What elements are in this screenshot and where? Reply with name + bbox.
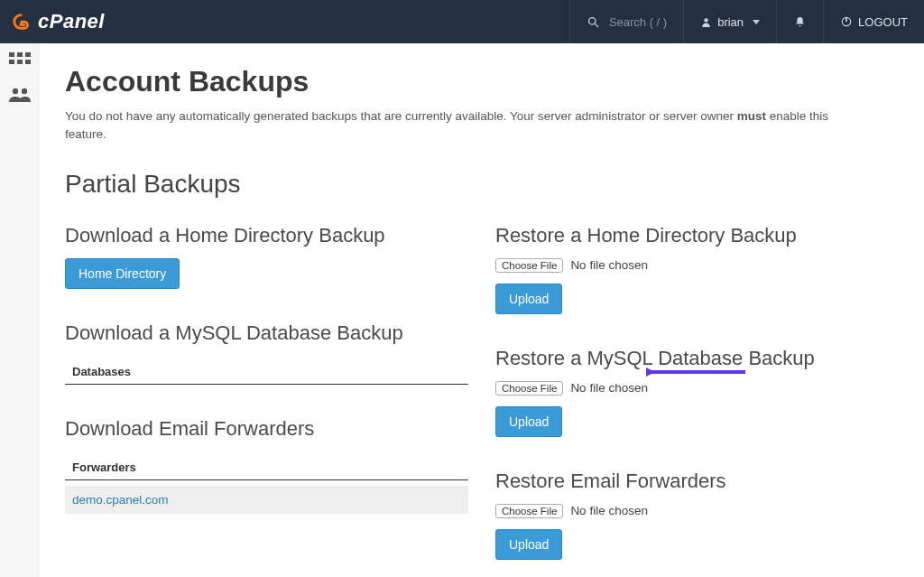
svg-rect-6 bbox=[17, 52, 23, 57]
download-db-heading: Download a MySQL Database Backup bbox=[65, 321, 468, 345]
logout-label: LOGOUT bbox=[858, 15, 908, 29]
upload-button[interactable]: Upload bbox=[495, 529, 562, 560]
side-rail bbox=[0, 43, 40, 577]
restore-db-section: Restore a MySQL Database Backup Choose F… bbox=[495, 347, 899, 437]
download-home-heading: Download a Home Directory Backup bbox=[65, 224, 468, 247]
search-box[interactable]: Search ( / ) bbox=[569, 0, 683, 43]
restore-column: Restore a Home Directory Backup Choose F… bbox=[495, 224, 899, 560]
top-bar: cPanel Search ( / ) brian LOGOUT bbox=[0, 0, 924, 43]
svg-line-1 bbox=[595, 23, 598, 27]
file-status: No file chosen bbox=[570, 504, 648, 517]
logout-icon bbox=[840, 15, 853, 28]
restore-fwd-section: Restore Email Forwarders Choose File No … bbox=[495, 470, 899, 560]
page-title: Account Backups bbox=[65, 65, 899, 98]
svg-point-11 bbox=[13, 88, 18, 94]
main-content: Account Backups You do not have any auto… bbox=[40, 43, 924, 577]
brand-logo[interactable]: cPanel bbox=[0, 0, 117, 43]
file-status: No file chosen bbox=[570, 258, 648, 272]
notice-text: You do not have any automatically genera… bbox=[65, 107, 859, 144]
svg-rect-10 bbox=[25, 60, 31, 64]
upload-button[interactable]: Upload bbox=[495, 284, 562, 314]
svg-rect-9 bbox=[17, 60, 23, 64]
user-icon bbox=[700, 16, 712, 28]
apps-icon[interactable] bbox=[9, 52, 31, 72]
cpanel-icon bbox=[13, 12, 32, 32]
restore-fwd-heading: Restore Email Forwarders bbox=[495, 470, 899, 493]
file-status: No file chosen bbox=[570, 381, 648, 395]
brand-text: cPanel bbox=[38, 10, 105, 33]
logout-button[interactable]: LOGOUT bbox=[823, 0, 924, 43]
list-item: demo.cpanel.com bbox=[65, 486, 468, 514]
home-directory-button[interactable]: Home Directory bbox=[65, 258, 180, 289]
choose-file-button[interactable]: Choose File bbox=[495, 381, 563, 396]
bell-icon bbox=[793, 15, 807, 29]
databases-subhead: Databases bbox=[65, 356, 468, 385]
search-icon bbox=[587, 15, 600, 29]
restore-db-heading: Restore a MySQL Database Backup bbox=[495, 347, 899, 370]
choose-file-button[interactable]: Choose File bbox=[495, 258, 563, 273]
choose-file-button[interactable]: Choose File bbox=[495, 504, 563, 518]
download-fwd-heading: Download Email Forwarders bbox=[65, 417, 468, 441]
download-db-section: Download a MySQL Database Backup Databas… bbox=[65, 321, 468, 385]
notifications-button[interactable] bbox=[776, 0, 823, 43]
svg-rect-7 bbox=[25, 52, 31, 57]
svg-point-12 bbox=[22, 88, 27, 94]
search-placeholder: Search ( / ) bbox=[609, 15, 667, 29]
forwarders-subhead: Forwarders bbox=[65, 451, 468, 480]
download-home-section: Download a Home Directory Backup Home Di… bbox=[65, 224, 468, 289]
download-fwd-section: Download Email Forwarders Forwarders dem… bbox=[65, 417, 468, 514]
user-menu[interactable]: brian bbox=[683, 0, 776, 43]
users-icon[interactable] bbox=[8, 87, 32, 107]
restore-home-section: Restore a Home Directory Backup Choose F… bbox=[495, 224, 899, 314]
upload-button[interactable]: Upload bbox=[495, 406, 562, 437]
svg-rect-5 bbox=[9, 52, 14, 57]
partial-backups-heading: Partial Backups bbox=[65, 170, 899, 199]
restore-home-heading: Restore a Home Directory Backup bbox=[495, 224, 899, 247]
svg-point-0 bbox=[588, 17, 596, 24]
svg-point-2 bbox=[705, 18, 708, 22]
forwarder-link[interactable]: demo.cpanel.com bbox=[72, 493, 169, 507]
download-column: Download a Home Directory Backup Home Di… bbox=[65, 224, 468, 560]
username: brian bbox=[717, 15, 744, 29]
chevron-down-icon bbox=[753, 20, 760, 24]
svg-rect-8 bbox=[9, 60, 14, 64]
